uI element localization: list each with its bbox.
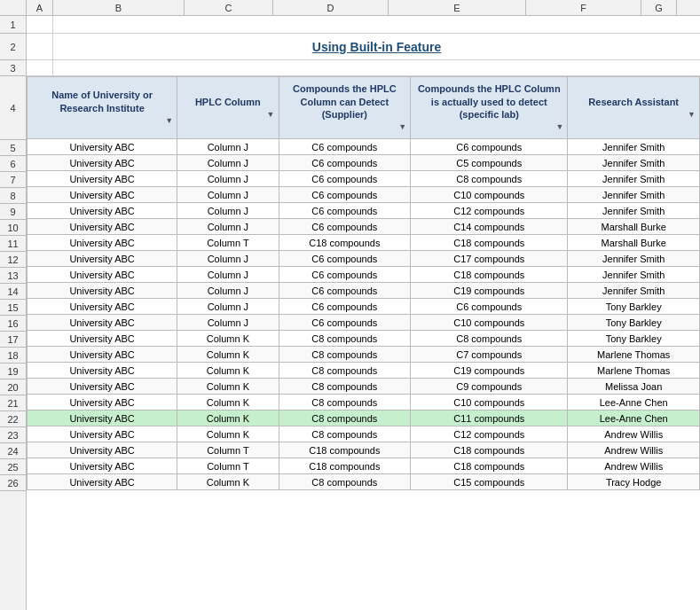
table-row: University ABCColumn JC6 compoundsC10 co… <box>28 187 700 203</box>
cell-6-D: C6 compounds <box>279 155 411 171</box>
spreadsheet: A B C D E F G 1 2 3 4 5 6 7 8 9 10 11 12… <box>0 0 700 610</box>
cell-19-D: C8 compounds <box>279 363 411 379</box>
cell-11-E: C18 compounds <box>411 235 568 251</box>
cell-19-E: C19 compounds <box>411 363 568 379</box>
table-row: University ABCColumn KC8 compoundsC12 co… <box>28 426 700 442</box>
cell-14-C: Column J <box>177 283 279 299</box>
cell-14-E: C19 compounds <box>411 283 568 299</box>
cell-19-C: Column K <box>177 363 279 379</box>
cell-8-B: University ABC <box>28 187 177 203</box>
cell-16-F: Tony Barkley <box>568 315 700 331</box>
row-num-24: 24 <box>0 443 26 459</box>
cell-9-C: Column J <box>177 203 279 219</box>
table-row: University ABCColumn JC6 compoundsC19 co… <box>28 283 700 299</box>
cell-24-E: C18 compounds <box>411 442 568 458</box>
cell-23-F: Andrew Willis <box>568 426 700 442</box>
cell-17-D: C8 compounds <box>279 331 411 347</box>
row-num-2: 2 <box>0 34 26 60</box>
row-num-15: 15 <box>0 300 26 316</box>
table-row: University ABCColumn TC18 compoundsC18 c… <box>28 442 700 458</box>
cell-18-D: C8 compounds <box>279 347 411 363</box>
filter-arrow-d[interactable]: ▼ <box>283 122 407 133</box>
cell-12-D: C6 compounds <box>279 251 411 267</box>
row-num-21: 21 <box>0 395 26 411</box>
cell-20-C: Column K <box>177 379 279 395</box>
row-num-5: 5 <box>0 140 26 156</box>
row-1 <box>27 16 700 34</box>
cell-18-C: Column K <box>177 347 279 363</box>
cell-18-B: University ABC <box>28 347 177 363</box>
cell-23-B: University ABC <box>28 426 177 442</box>
table-row: University ABCColumn KC8 compoundsC10 co… <box>28 395 700 411</box>
cell-5-B: University ABC <box>28 139 177 155</box>
cell-11-F: Marshall Burke <box>568 235 700 251</box>
cell-23-D: C8 compounds <box>279 426 411 442</box>
cell-23-E: C12 compounds <box>411 426 568 442</box>
cell-19-B: University ABC <box>28 363 177 379</box>
table-row: University ABCColumn TC18 compoundsC18 c… <box>28 235 700 251</box>
cell-26-D: C8 compounds <box>279 474 411 490</box>
filter-arrow-f[interactable]: ▼ <box>571 110 696 121</box>
cell-7-D: C6 compounds <box>279 171 411 187</box>
cell-25-C: Column T <box>177 458 279 474</box>
table-row: University ABCColumn JC6 compoundsC6 com… <box>28 299 700 315</box>
row-num-25: 25 <box>0 459 26 475</box>
col-header-d: D <box>273 0 389 15</box>
cell-13-C: Column J <box>177 267 279 283</box>
cell-15-F: Tony Barkley <box>568 299 700 315</box>
table-row: University ABCColumn JC6 compoundsC12 co… <box>28 203 700 219</box>
data-table: Name of University or Research Institute… <box>27 76 700 490</box>
cell-5-C: Column J <box>177 139 279 155</box>
row-2-title: Using Built-in Feature <box>27 34 700 60</box>
row-num-17: 17 <box>0 332 26 348</box>
row-headers: 1 2 3 4 5 6 7 8 9 10 11 12 13 14 15 16 1… <box>0 16 27 610</box>
header-university: Name of University or Research Institute… <box>28 77 177 139</box>
cell-6-E: C5 compounds <box>411 155 568 171</box>
cell-13-B: University ABC <box>28 267 177 283</box>
filter-arrow-e[interactable]: ▼ <box>414 122 563 133</box>
cell-23-C: Column K <box>177 426 279 442</box>
cell-16-E: C10 compounds <box>411 315 568 331</box>
filter-arrow-b[interactable]: ▼ <box>31 116 173 127</box>
table-row: University ABCColumn TC18 compoundsC18 c… <box>28 458 700 474</box>
col-header-e: E <box>389 0 526 15</box>
cell-5-F: Jennifer Smith <box>568 139 700 155</box>
cell-24-F: Andrew Willis <box>568 442 700 458</box>
row-num-12: 12 <box>0 252 26 268</box>
cell-26-F: Tracy Hodge <box>568 474 700 490</box>
cell-22-F: Lee-Anne Chen <box>568 411 700 426</box>
col-header-c: C <box>185 0 273 15</box>
row-num-26: 26 <box>0 475 26 491</box>
cell-7-C: Column J <box>177 171 279 187</box>
cell-17-F: Tony Barkley <box>568 331 700 347</box>
table-row: University ABCColumn JC6 compoundsC18 co… <box>28 267 700 283</box>
table-row: University ABCColumn JC6 compoundsC6 com… <box>28 139 700 155</box>
cell-5-E: C6 compounds <box>411 139 568 155</box>
cell-24-C: Column T <box>177 442 279 458</box>
cell-10-C: Column J <box>177 219 279 235</box>
filter-arrow-c[interactable]: ▼ <box>181 110 274 121</box>
cell-25-B: University ABC <box>28 458 177 474</box>
table-row: University ABCColumn JC6 compoundsC14 co… <box>28 219 700 235</box>
cell-21-B: University ABC <box>28 395 177 411</box>
header-row: Name of University or Research Institute… <box>28 77 700 139</box>
cell-12-B: University ABC <box>28 251 177 267</box>
header-compounds-lab: Compounds the HPLC Column is actually us… <box>411 77 568 139</box>
cell-25-D: C18 compounds <box>279 458 411 474</box>
cell-21-E: C10 compounds <box>411 395 568 411</box>
cell-26-B: University ABC <box>28 474 177 490</box>
cell-26-C: Column K <box>177 474 279 490</box>
col-header-f: F <box>526 0 641 15</box>
table-row: University ABCColumn KC8 compoundsC9 com… <box>28 379 700 395</box>
cell-8-F: Jennifer Smith <box>568 187 700 203</box>
cell-5-D: C6 compounds <box>279 139 411 155</box>
cell-24-B: University ABC <box>28 442 177 458</box>
cell-20-D: C8 compounds <box>279 379 411 395</box>
cell-13-F: Jennifer Smith <box>568 267 700 283</box>
row-num-10: 10 <box>0 220 26 236</box>
cell-7-B: University ABC <box>28 171 177 187</box>
cell-25-E: C18 compounds <box>411 458 568 474</box>
cell-11-B: University ABC <box>28 235 177 251</box>
table-row: University ABCColumn KC8 compoundsC7 com… <box>28 347 700 363</box>
cell-17-B: University ABC <box>28 331 177 347</box>
